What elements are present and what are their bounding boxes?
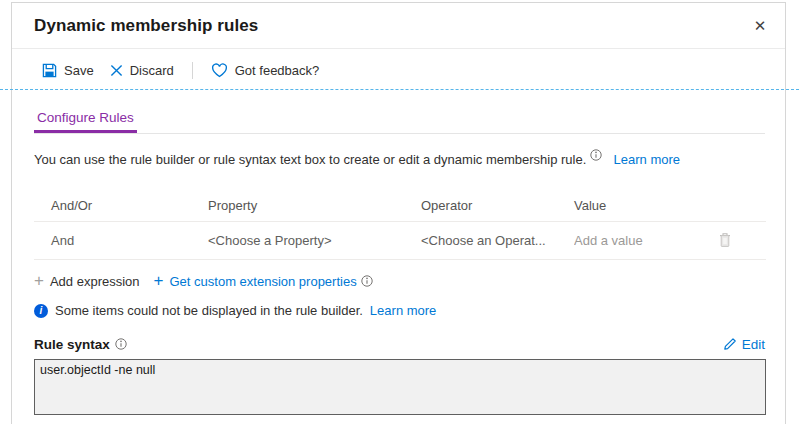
close-icon: ✕ <box>754 17 767 35</box>
dashed-divider <box>0 89 799 90</box>
dialog-header: Dynamic membership rules ✕ <box>12 3 785 49</box>
toolbar-separator <box>192 62 193 79</box>
info-icon[interactable] <box>361 275 373 287</box>
info-icon[interactable] <box>115 338 127 350</box>
notice-learn-more-link[interactable]: Learn more <box>370 303 436 318</box>
col-header-andor: And/Or <box>34 198 208 213</box>
operator-dropdown[interactable]: <Choose an Operat... <box>421 233 574 248</box>
edit-label: Edit <box>742 337 765 352</box>
save-icon <box>42 63 57 78</box>
discard-icon <box>110 64 123 77</box>
info-icon[interactable] <box>590 149 602 161</box>
save-button[interactable]: Save <box>34 57 102 84</box>
property-dropdown[interactable]: <Choose a Property> <box>208 233 421 248</box>
discard-button[interactable]: Discard <box>102 57 182 84</box>
add-expression-button[interactable]: + Add expression <box>34 273 140 289</box>
tab-bar: Configure Rules <box>34 104 765 134</box>
col-header-value: Value <box>574 198 706 213</box>
rule-builder-notice: i Some items could not be displayed in t… <box>34 303 436 318</box>
description-text: You can use the rule builder or rule syn… <box>34 149 765 169</box>
learn-more-link[interactable]: Learn more <box>614 152 680 167</box>
trash-icon <box>718 236 732 251</box>
heart-icon <box>211 63 228 78</box>
col-header-operator: Operator <box>421 198 574 213</box>
table-row: And <Choose a Property> <Choose an Opera… <box>34 222 766 260</box>
plus-icon: + <box>154 273 164 289</box>
rule-builder-table: And/Or Property Operator Value And <Choo… <box>34 189 766 260</box>
rule-syntax-textarea[interactable]: user.objectId -ne null <box>34 359 766 415</box>
delete-expression-button[interactable] <box>714 230 736 250</box>
andor-cell: And <box>34 233 208 248</box>
tab-configure-rules[interactable]: Configure Rules <box>34 104 137 133</box>
feedback-button[interactable]: Got feedback? <box>203 57 328 84</box>
pencil-icon <box>723 337 737 351</box>
notice-text: Some items could not be displayed in the… <box>55 303 363 318</box>
discard-label: Discard <box>130 63 174 78</box>
close-button[interactable]: ✕ <box>745 11 775 41</box>
command-bar: Save Discard Got feedback? <box>12 50 785 90</box>
rule-syntax-header: Rule syntax Edit <box>34 334 765 354</box>
expression-actions: + Add expression + Get custom extension … <box>34 269 373 293</box>
info-filled-icon: i <box>34 304 48 318</box>
value-input[interactable] <box>574 233 694 248</box>
description-body: You can use the rule builder or rule syn… <box>34 152 586 167</box>
add-expression-label: Add expression <box>50 274 140 289</box>
plus-icon: + <box>34 273 44 289</box>
edit-rule-syntax-button[interactable]: Edit <box>723 337 765 352</box>
dynamic-membership-rules-dialog: Dynamic membership rules ✕ Save Discard <box>11 2 786 424</box>
table-header-row: And/Or Property Operator Value <box>34 189 766 222</box>
get-custom-extension-properties-button[interactable]: + Get custom extension properties <box>154 273 357 289</box>
rule-syntax-label: Rule syntax <box>34 337 110 352</box>
page-title: Dynamic membership rules <box>34 16 258 36</box>
save-label: Save <box>64 63 94 78</box>
col-header-property: Property <box>208 198 421 213</box>
get-custom-properties-label: Get custom extension properties <box>170 274 357 289</box>
feedback-label: Got feedback? <box>235 63 320 78</box>
